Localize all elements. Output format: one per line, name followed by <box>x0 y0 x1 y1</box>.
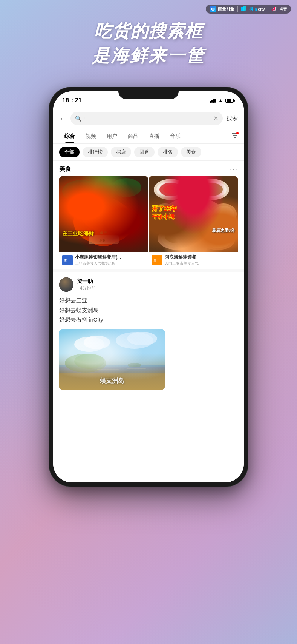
svg-point-11 <box>66 193 97 220</box>
video-left-subtitle: 三亚市美食人气榜第7名 <box>75 261 145 266</box>
video-right-title: 阿浪海鲜连锁餐 <box>165 254 235 260</box>
svg-point-29 <box>195 179 229 200</box>
shop-avatar-left: 店 <box>62 255 73 265</box>
svg-rect-6 <box>59 176 148 252</box>
svg-point-51 <box>199 190 203 194</box>
svg-point-55 <box>63 280 69 286</box>
svg-point-43 <box>161 230 195 248</box>
search-submit-button[interactable]: 搜索 <box>227 115 238 122</box>
video-left-text: 小海豚连锁海鲜餐厅(... 三亚市美食人气榜第7名 <box>75 254 145 266</box>
svg-point-9 <box>73 199 134 244</box>
filter-chip-美食[interactable]: 美食 <box>181 147 201 157</box>
svg-text:店: 店 <box>153 259 156 262</box>
wifi-icon: ▲ <box>218 97 223 103</box>
tab-综合[interactable]: 综合 <box>59 129 80 143</box>
svg-rect-70 <box>70 368 86 368</box>
app-content: ← 🔍 三 ✕ 搜索 综合 视频 用户 商品 直播 音乐 <box>53 108 244 482</box>
post-image: 蜈支洲岛 <box>59 329 165 390</box>
video-thumbnail-left: 米饭 在三亚吃海鲜 <box>59 176 148 252</box>
post-line1: 好想去三亚 <box>59 296 238 305</box>
battery-body <box>225 99 234 103</box>
filter-chip-全部[interactable]: 全部 <box>59 147 80 157</box>
svg-point-14 <box>83 209 124 223</box>
sub-filters-bar: 全部 排行榜 探店 团购 排名 美食 <box>53 144 244 161</box>
post-section: 梁一叻 · 4分钟前 ··· 好想去三亚 好想去蜈支洲岛 好想去看抖 inCit… <box>53 272 244 395</box>
svg-point-59 <box>74 337 104 352</box>
video-left-title: 小海豚连锁海鲜餐厅(... <box>75 254 145 260</box>
video-left-overlay: 在三亚吃海鲜 <box>62 230 94 237</box>
filter-chip-团购[interactable]: 团购 <box>134 147 155 157</box>
filter-chip-排名[interactable]: 排名 <box>158 147 178 157</box>
svg-rect-2 <box>243 6 246 11</box>
status-time: 18：21 <box>62 97 82 105</box>
search-header: ← 🔍 三 ✕ 搜索 <box>53 108 244 129</box>
video-card-left[interactable]: 米饭 在三亚吃海鲜 店 <box>59 176 148 268</box>
filter-button[interactable] <box>232 133 238 140</box>
post-line3: 好想去看抖 inCity <box>59 315 238 325</box>
search-clear-button[interactable]: ✕ <box>213 115 218 122</box>
logo-divider-1 <box>237 6 238 12</box>
svg-point-57 <box>59 277 73 292</box>
svg-point-39 <box>187 209 193 215</box>
svg-point-37 <box>178 205 209 226</box>
svg-point-18 <box>100 231 103 234</box>
svg-point-54 <box>59 277 73 292</box>
signal-bars-icon <box>210 99 216 103</box>
tab-视频[interactable]: 视频 <box>80 129 101 143</box>
svg-point-10 <box>81 197 126 231</box>
video-right-overlay: 开了23年 平价小海 <box>152 205 177 220</box>
tab-商品[interactable]: 商品 <box>122 129 144 143</box>
svg-rect-71 <box>97 369 119 370</box>
svg-point-17 <box>90 231 117 246</box>
svg-point-26 <box>156 181 185 198</box>
post-more-button[interactable]: ··· <box>230 281 238 289</box>
svg-point-69 <box>128 363 141 367</box>
douyin-label: 抖音 <box>279 6 287 12</box>
tab-直播[interactable]: 直播 <box>144 129 165 143</box>
lobster-image: 米饭 <box>59 176 148 252</box>
filter-dot-badge <box>236 132 239 134</box>
svg-point-38 <box>180 206 203 222</box>
svg-point-30 <box>198 181 227 198</box>
svg-point-66 <box>74 354 104 369</box>
phone-mockup: 18：21 ▲ <box>49 87 248 487</box>
giant-icon <box>210 6 216 12</box>
svg-point-46 <box>204 233 231 248</box>
filter-chip-排行榜[interactable]: 排行榜 <box>83 147 108 157</box>
post-user-info: 梁一叻 · 4分钟前 <box>77 278 226 291</box>
svg-point-61 <box>116 332 153 349</box>
svg-point-44 <box>165 230 191 243</box>
post-time: · 4分钟前 <box>77 285 226 291</box>
tab-用户[interactable]: 用户 <box>101 129 122 143</box>
signal-bar-2 <box>211 100 213 103</box>
content-area: 美食 ··· <box>53 161 244 395</box>
video-card-right[interactable]: 开了23年 平价小海 最后这里8分 <box>149 176 238 268</box>
search-input[interactable]: 三 <box>84 115 211 122</box>
back-button[interactable]: ← <box>59 114 67 123</box>
svg-point-15 <box>85 217 122 230</box>
svg-point-42 <box>158 227 199 250</box>
incity-de: 抖in <box>249 6 257 12</box>
svg-point-7 <box>62 180 100 203</box>
post-content: 好想去三亚 好想去蜈支洲岛 好想去看抖 inCity <box>59 296 238 325</box>
video-right-text: 阿浪海鲜连锁餐 入围三亚市美食人气 <box>165 254 235 266</box>
post-dot: · <box>77 285 80 291</box>
svg-point-40 <box>210 203 237 225</box>
post-header: 梁一叻 · 4分钟前 ··· <box>59 277 238 292</box>
svg-point-47 <box>207 234 228 245</box>
user-avatar <box>59 277 73 292</box>
shop-avatar-right: 店 <box>152 255 162 265</box>
search-bar[interactable]: 🔍 三 ✕ <box>70 112 223 125</box>
section-title: 美食 <box>59 165 71 173</box>
battery-tip <box>234 100 235 102</box>
tab-音乐[interactable]: 音乐 <box>165 129 186 143</box>
filter-chip-探店[interactable]: 探店 <box>111 147 131 157</box>
svg-point-28 <box>163 185 178 194</box>
svg-point-56 <box>61 286 71 292</box>
battery-icon <box>225 99 235 103</box>
svg-point-19 <box>104 231 107 233</box>
svg-point-62 <box>127 332 157 345</box>
svg-point-60 <box>84 336 110 349</box>
signal-bar-1 <box>210 101 211 103</box>
section-more-button[interactable]: ··· <box>230 165 238 173</box>
